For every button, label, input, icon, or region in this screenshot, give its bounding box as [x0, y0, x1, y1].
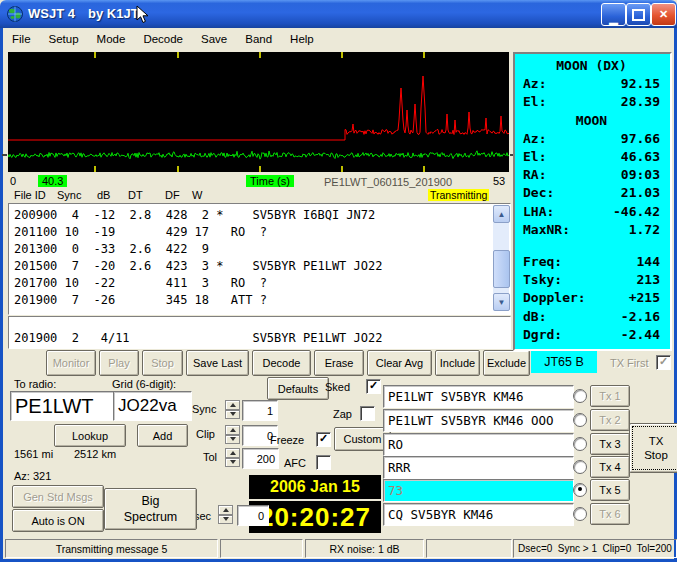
tx-message-field-4[interactable]: RRR — [383, 456, 574, 479]
menu-item-help[interactable]: Help — [281, 31, 323, 47]
tx5-button[interactable]: Tx 5 — [590, 479, 630, 501]
exclude-button[interactable]: Exclude — [483, 350, 530, 376]
tx4-button[interactable]: Tx 4 — [590, 456, 630, 478]
menu-item-mode[interactable]: Mode — [88, 31, 135, 47]
spectrum-plot[interactable] — [8, 52, 509, 172]
tx1-button[interactable]: Tx 1 — [590, 385, 630, 407]
stepper-up-icon[interactable] — [225, 448, 240, 458]
stepper-down-icon[interactable] — [225, 410, 240, 420]
tx-radio-1[interactable] — [573, 389, 587, 403]
freq-cursor-label: 40.3 — [38, 175, 67, 187]
zap-label: Zap — [333, 408, 352, 420]
tx-radio-4[interactable] — [573, 460, 587, 474]
stepper-up-icon[interactable] — [218, 505, 233, 515]
lookup-button[interactable]: Lookup — [54, 424, 126, 447]
decode-header-dt: DT — [128, 189, 143, 201]
tx6-button[interactable]: Tx 6 — [590, 503, 630, 525]
clear-avg-button[interactable]: Clear Avg — [367, 350, 432, 376]
auto-button[interactable]: Auto is ON — [12, 509, 104, 532]
tx-stop-button[interactable]: TX Stop — [629, 423, 677, 473]
stop-button[interactable]: Stop — [142, 350, 183, 376]
tol-value[interactable]: 200 — [242, 448, 279, 469]
decode-header-w: W — [192, 189, 202, 201]
to-radio-input[interactable]: PE1LWT — [10, 391, 116, 421]
decode-row[interactable]: 200900 4 -12 2.8 428 2 * SV5BYR I6BQI JN… — [14, 207, 490, 224]
tx-radio-6[interactable] — [573, 507, 587, 521]
average-output[interactable]: 201900 2 4/11 SV5BYR PE1LWT JO22 — [8, 316, 511, 349]
afc-checkbox[interactable] — [316, 455, 331, 470]
stepper-up-icon[interactable] — [225, 425, 240, 435]
menu-item-band[interactable]: Band — [236, 31, 281, 47]
moon-row: Tsky:213 — [523, 271, 660, 289]
include-button[interactable]: Include — [435, 350, 480, 376]
defaults-button[interactable]: Defaults — [267, 377, 329, 400]
menu-item-decode[interactable]: Decode — [134, 31, 192, 47]
decode-scrollbar[interactable]: ▲ ▼ — [493, 205, 509, 311]
title-bar[interactable]: WSJT 4 by K1JT ▁ ✕ — [0, 0, 677, 28]
status-transmitting: Transmitting message 5 — [5, 539, 218, 558]
tx-first-checkbox[interactable] — [656, 355, 671, 370]
minimize-button[interactable]: ▁ — [601, 3, 626, 26]
tx3-button[interactable]: Tx 3 — [590, 433, 630, 455]
tx-message-field-6[interactable]: CQ SV5BYR KM46 — [383, 503, 574, 526]
menu-item-setup[interactable]: Setup — [40, 31, 88, 47]
moon-row: MaxNR:1.72 — [523, 221, 660, 239]
dsec-stepper[interactable] — [218, 505, 233, 524]
tx2-button[interactable]: Tx 2 — [590, 409, 630, 431]
tol-stepper[interactable] — [225, 448, 240, 467]
sync-stepper[interactable] — [225, 400, 240, 419]
freeze-label: Freeze — [270, 434, 304, 446]
freeze-checkbox[interactable] — [316, 432, 331, 447]
moon-title: MOON — [523, 112, 660, 130]
grid-input[interactable]: JO22va — [113, 391, 192, 421]
status-spacer — [220, 539, 303, 558]
stepper-down-icon[interactable] — [218, 515, 233, 525]
x-axis-right-label: 53 — [493, 175, 505, 187]
decode-button[interactable]: Decode — [252, 350, 311, 376]
stepper-down-icon[interactable] — [225, 435, 240, 445]
window-byline: by K1JT — [88, 6, 139, 21]
decode-row[interactable]: 201100 10 -19 429 17 RO ? — [14, 224, 490, 241]
grid-label: Grid (6-digit): — [112, 378, 176, 390]
menu-item-save[interactable]: Save — [192, 31, 236, 47]
play-button[interactable]: Play — [99, 350, 139, 376]
sync-value[interactable]: 1 — [242, 400, 278, 421]
scrollbar-thumb[interactable] — [493, 250, 510, 288]
stepper-up-icon[interactable] — [225, 400, 240, 410]
dsec-value[interactable]: 0 — [237, 505, 269, 526]
moon-row: El:46.63 — [523, 148, 660, 166]
sked-checkbox[interactable] — [366, 379, 381, 394]
window-frame-left — [0, 28, 3, 562]
tx-radio-2[interactable] — [573, 413, 587, 427]
save-last-button[interactable]: Save Last — [186, 350, 249, 376]
tx-message-field-5[interactable]: 73 — [383, 479, 574, 502]
add-button[interactable]: Add — [137, 424, 188, 447]
big-spectrum-button[interactable]: Big Spectrum — [104, 488, 197, 530]
moon-row: Dgrd:-2.44 — [523, 326, 660, 344]
tx-radio-3[interactable] — [573, 437, 587, 451]
zap-checkbox[interactable] — [360, 406, 375, 421]
average-row[interactable]: 201900 2 4/11 SV5BYR PE1LWT JO22 — [9, 330, 382, 348]
tx-radio-5[interactable] — [573, 483, 587, 497]
moon-row: LHA:-46.42 — [523, 203, 660, 221]
stepper-down-icon[interactable] — [225, 458, 240, 468]
tx-message-field-3[interactable]: RO — [383, 433, 574, 456]
close-button[interactable]: ✕ — [651, 3, 676, 26]
tx-message-field-1[interactable]: PE1LWT SV5BYR KM46 — [383, 385, 574, 408]
afc-label: AFC — [284, 457, 306, 469]
decode-row[interactable]: 201900 7 -26 345 18 ATT ? — [14, 292, 490, 309]
decode-output[interactable]: 200900 4 -12 2.8 428 2 * SV5BYR I6BQI JN… — [8, 203, 511, 315]
scroll-up-icon[interactable]: ▲ — [493, 205, 510, 223]
decode-row[interactable]: 201300 0 -33 2.6 422 9 — [14, 241, 490, 258]
menu-item-file[interactable]: File — [3, 31, 40, 47]
gen-std-msgs-button[interactable]: Gen Std Msgs — [12, 485, 104, 508]
maximize-button[interactable] — [626, 3, 651, 26]
decode-row[interactable]: 201700 10 -22 411 3 RO ? — [14, 275, 490, 292]
clip-stepper[interactable] — [225, 425, 240, 444]
decode-row[interactable]: 201500 7 -20 2.6 423 3 * SV5BYR PE1LWT J… — [14, 258, 490, 275]
erase-button[interactable]: Erase — [314, 350, 364, 376]
decode-header-db: dB — [97, 189, 110, 201]
scroll-down-icon[interactable]: ▼ — [493, 293, 510, 311]
monitor-button[interactable]: Monitor — [46, 350, 96, 376]
tx-message-field-2[interactable]: PE1LWT SV5BYR KM46 OOO — [383, 409, 574, 432]
